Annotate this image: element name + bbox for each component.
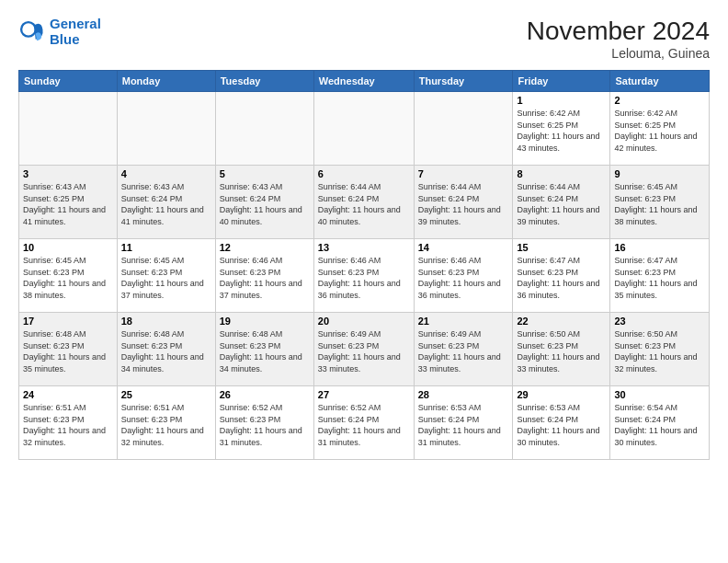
cell-4-2: 26Sunrise: 6:52 AM Sunset: 6:23 PM Dayli… [215, 386, 313, 460]
cell-4-6: 30Sunrise: 6:54 AM Sunset: 6:24 PM Dayli… [610, 386, 710, 460]
day-number: 18 [121, 316, 211, 327]
day-number: 28 [418, 389, 509, 400]
day-info: Sunrise: 6:45 AM Sunset: 6:23 PM Dayligh… [121, 255, 211, 301]
day-number: 2 [614, 95, 705, 106]
day-number: 15 [517, 242, 606, 253]
day-number: 13 [318, 242, 410, 253]
cell-2-2: 12Sunrise: 6:46 AM Sunset: 6:23 PM Dayli… [215, 239, 313, 313]
cell-2-5: 15Sunrise: 6:47 AM Sunset: 6:23 PM Dayli… [513, 239, 610, 313]
day-number: 22 [517, 316, 606, 327]
day-info: Sunrise: 6:49 AM Sunset: 6:23 PM Dayligh… [418, 328, 509, 374]
cell-3-2: 19Sunrise: 6:48 AM Sunset: 6:23 PM Dayli… [215, 313, 313, 386]
day-info: Sunrise: 6:48 AM Sunset: 6:23 PM Dayligh… [121, 328, 211, 374]
day-number: 7 [418, 168, 509, 179]
cell-3-1: 18Sunrise: 6:48 AM Sunset: 6:23 PM Dayli… [117, 313, 215, 386]
svg-point-0 [21, 22, 36, 37]
header-saturday: Saturday [610, 71, 710, 92]
day-info: Sunrise: 6:51 AM Sunset: 6:23 PM Dayligh… [23, 402, 113, 448]
day-info: Sunrise: 6:46 AM Sunset: 6:23 PM Dayligh… [220, 255, 310, 301]
day-info: Sunrise: 6:43 AM Sunset: 6:24 PM Dayligh… [121, 181, 211, 227]
day-number: 8 [517, 168, 606, 179]
cell-2-3: 13Sunrise: 6:46 AM Sunset: 6:23 PM Dayli… [313, 239, 414, 313]
header-thursday: Thursday [414, 71, 513, 92]
day-info: Sunrise: 6:45 AM Sunset: 6:23 PM Dayligh… [614, 181, 705, 227]
week-row-3: 17Sunrise: 6:48 AM Sunset: 6:23 PM Dayli… [19, 313, 710, 386]
cell-2-0: 10Sunrise: 6:45 AM Sunset: 6:23 PM Dayli… [19, 239, 118, 313]
day-number: 10 [23, 242, 113, 253]
cell-1-6: 9Sunrise: 6:45 AM Sunset: 6:23 PM Daylig… [610, 166, 710, 239]
day-number: 9 [614, 168, 705, 179]
day-number: 21 [418, 316, 509, 327]
day-number: 26 [220, 389, 310, 400]
cell-0-3 [313, 92, 414, 166]
day-number: 20 [318, 316, 410, 327]
day-info: Sunrise: 6:42 AM Sunset: 6:25 PM Dayligh… [614, 108, 705, 154]
day-info: Sunrise: 6:46 AM Sunset: 6:23 PM Dayligh… [418, 255, 509, 301]
day-info: Sunrise: 6:47 AM Sunset: 6:23 PM Dayligh… [614, 255, 705, 301]
cell-4-5: 29Sunrise: 6:53 AM Sunset: 6:24 PM Dayli… [513, 386, 610, 460]
cell-1-5: 8Sunrise: 6:44 AM Sunset: 6:24 PM Daylig… [513, 166, 610, 239]
cell-1-4: 7Sunrise: 6:44 AM Sunset: 6:24 PM Daylig… [414, 166, 513, 239]
day-info: Sunrise: 6:53 AM Sunset: 6:24 PM Dayligh… [418, 402, 509, 448]
day-number: 12 [220, 242, 310, 253]
cell-3-5: 22Sunrise: 6:50 AM Sunset: 6:23 PM Dayli… [513, 313, 610, 386]
day-number: 19 [220, 316, 310, 327]
logo-line1: General [50, 16, 101, 31]
day-number: 14 [418, 242, 509, 253]
day-number: 5 [220, 168, 310, 179]
cell-2-4: 14Sunrise: 6:46 AM Sunset: 6:23 PM Dayli… [414, 239, 513, 313]
day-number: 17 [23, 316, 113, 327]
logo-line2: Blue [50, 31, 80, 47]
header-wednesday: Wednesday [313, 71, 414, 92]
day-number: 4 [121, 168, 211, 179]
cell-0-0 [19, 92, 118, 166]
day-number: 27 [318, 389, 410, 400]
day-info: Sunrise: 6:46 AM Sunset: 6:23 PM Dayligh… [318, 255, 410, 301]
week-row-1: 3Sunrise: 6:43 AM Sunset: 6:25 PM Daylig… [19, 166, 710, 239]
day-info: Sunrise: 6:44 AM Sunset: 6:24 PM Dayligh… [418, 181, 509, 227]
week-row-2: 10Sunrise: 6:45 AM Sunset: 6:23 PM Dayli… [19, 239, 710, 313]
day-number: 24 [23, 389, 113, 400]
cell-3-0: 17Sunrise: 6:48 AM Sunset: 6:23 PM Dayli… [19, 313, 118, 386]
day-info: Sunrise: 6:43 AM Sunset: 6:24 PM Dayligh… [220, 181, 310, 227]
day-number: 25 [121, 389, 211, 400]
calendar-header-row: Sunday Monday Tuesday Wednesday Thursday… [19, 71, 710, 92]
cell-1-0: 3Sunrise: 6:43 AM Sunset: 6:25 PM Daylig… [19, 166, 118, 239]
month-title: November 2024 [527, 17, 710, 46]
cell-2-1: 11Sunrise: 6:45 AM Sunset: 6:23 PM Dayli… [117, 239, 215, 313]
day-info: Sunrise: 6:44 AM Sunset: 6:24 PM Dayligh… [517, 181, 606, 227]
day-info: Sunrise: 6:50 AM Sunset: 6:23 PM Dayligh… [517, 328, 606, 374]
cell-0-2 [215, 92, 313, 166]
day-info: Sunrise: 6:49 AM Sunset: 6:23 PM Dayligh… [318, 328, 410, 374]
day-number: 1 [517, 95, 606, 106]
day-info: Sunrise: 6:48 AM Sunset: 6:23 PM Dayligh… [220, 328, 310, 374]
day-number: 16 [614, 242, 705, 253]
day-info: Sunrise: 6:42 AM Sunset: 6:25 PM Dayligh… [517, 108, 606, 154]
cell-3-6: 23Sunrise: 6:50 AM Sunset: 6:23 PM Dayli… [610, 313, 710, 386]
day-info: Sunrise: 6:43 AM Sunset: 6:25 PM Dayligh… [23, 181, 113, 227]
day-number: 30 [614, 389, 705, 400]
day-number: 11 [121, 242, 211, 253]
day-info: Sunrise: 6:44 AM Sunset: 6:24 PM Dayligh… [318, 181, 410, 227]
header-monday: Monday [117, 71, 215, 92]
cell-1-3: 6Sunrise: 6:44 AM Sunset: 6:24 PM Daylig… [313, 166, 414, 239]
day-info: Sunrise: 6:45 AM Sunset: 6:23 PM Dayligh… [23, 255, 113, 301]
day-info: Sunrise: 6:53 AM Sunset: 6:24 PM Dayligh… [517, 402, 606, 448]
cell-4-3: 27Sunrise: 6:52 AM Sunset: 6:24 PM Dayli… [313, 386, 414, 460]
day-number: 6 [318, 168, 410, 179]
cell-0-4 [414, 92, 513, 166]
cell-0-6: 2Sunrise: 6:42 AM Sunset: 6:25 PM Daylig… [610, 92, 710, 166]
day-info: Sunrise: 6:54 AM Sunset: 6:24 PM Dayligh… [614, 402, 705, 448]
day-info: Sunrise: 6:52 AM Sunset: 6:24 PM Dayligh… [318, 402, 410, 448]
week-row-4: 24Sunrise: 6:51 AM Sunset: 6:23 PM Dayli… [19, 386, 710, 460]
day-number: 3 [23, 168, 113, 179]
cell-3-4: 21Sunrise: 6:49 AM Sunset: 6:23 PM Dayli… [414, 313, 513, 386]
logo-icon [18, 19, 44, 45]
calendar: Sunday Monday Tuesday Wednesday Thursday… [18, 70, 710, 460]
header-tuesday: Tuesday [215, 71, 313, 92]
cell-4-4: 28Sunrise: 6:53 AM Sunset: 6:24 PM Dayli… [414, 386, 513, 460]
cell-0-1 [117, 92, 215, 166]
header-sunday: Sunday [19, 71, 118, 92]
cell-4-1: 25Sunrise: 6:51 AM Sunset: 6:23 PM Dayli… [117, 386, 215, 460]
cell-0-5: 1Sunrise: 6:42 AM Sunset: 6:25 PM Daylig… [513, 92, 610, 166]
